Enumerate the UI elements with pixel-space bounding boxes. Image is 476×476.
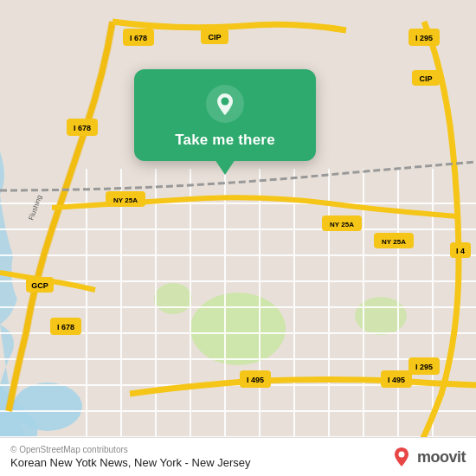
- take-me-there-card[interactable]: Take me there: [134, 69, 316, 161]
- svg-point-55: [222, 98, 229, 106]
- moovit-pin-icon: [389, 445, 414, 469]
- svg-text:I 495: I 495: [388, 376, 405, 384]
- map-container: I 678 I 678 I 678 I 295 I 295 I 495 I 49…: [0, 0, 476, 476]
- location-name: Korean New Yotk News, New York - New Jer…: [10, 456, 250, 469]
- svg-text:I 4: I 4: [456, 247, 465, 255]
- svg-text:I 495: I 495: [247, 376, 264, 384]
- copyright-text: © OpenStreetMap contributors: [10, 445, 250, 454]
- svg-text:NY 25A: NY 25A: [382, 238, 406, 246]
- svg-point-56: [398, 452, 404, 458]
- svg-point-0: [13, 383, 82, 431]
- svg-text:GCP: GCP: [31, 281, 48, 290]
- svg-point-1: [190, 293, 286, 365]
- take-me-there-button[interactable]: Take me there: [175, 132, 275, 149]
- bottom-left: © OpenStreetMap contributors Korean New …: [10, 445, 250, 469]
- svg-text:CIP: CIP: [419, 74, 432, 83]
- location-pin-icon: [206, 85, 244, 123]
- bottom-bar: © OpenStreetMap contributors Korean New …: [0, 437, 476, 476]
- moovit-logo: moovit: [389, 445, 466, 469]
- svg-text:Flushing: Flushing: [27, 194, 43, 222]
- svg-text:I 295: I 295: [415, 34, 433, 42]
- svg-text:NY 25A: NY 25A: [330, 221, 354, 228]
- svg-text:I 295: I 295: [415, 363, 433, 371]
- svg-text:CIP: CIP: [208, 33, 221, 42]
- svg-text:I 678: I 678: [74, 124, 91, 132]
- svg-text:NY 25A: NY 25A: [113, 196, 138, 204]
- moovit-brand-text: moovit: [417, 448, 466, 466]
- svg-text:I 678: I 678: [57, 323, 74, 331]
- svg-point-2: [154, 283, 192, 314]
- svg-text:I 678: I 678: [130, 34, 147, 42]
